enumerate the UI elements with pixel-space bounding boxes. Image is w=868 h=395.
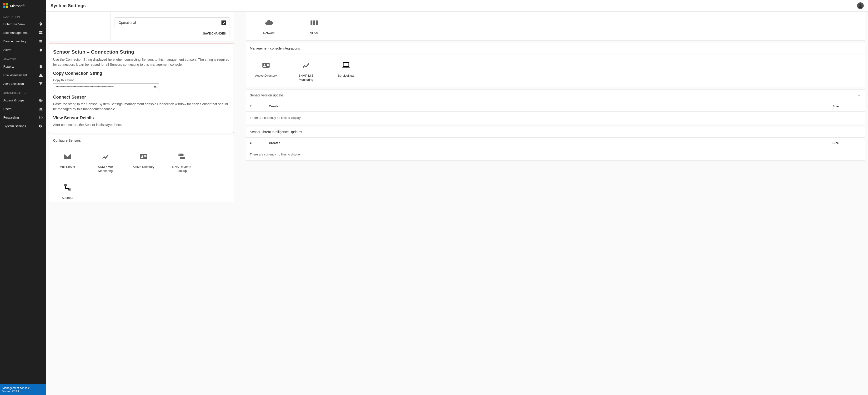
reveal-button[interactable] <box>151 85 159 89</box>
sidebar-item-reports[interactable]: Reports <box>0 62 46 71</box>
card-operational: Operational SAVE CHANGES <box>49 12 234 41</box>
sidebar-item-label: System Settings <box>4 124 26 128</box>
right-column: NetworkVLAN Management console integrati… <box>237 12 868 395</box>
file-icon <box>38 64 43 68</box>
list-icon <box>38 39 43 43</box>
trend-icon <box>300 60 312 70</box>
add-threat-button[interactable] <box>857 130 861 134</box>
sidebar-item-label: Alert Exclusion <box>3 82 24 86</box>
connect-sensor-desc: Paste the string in the Sensor, System S… <box>53 102 230 112</box>
tile-active-directory[interactable]: Active Directory <box>129 152 158 173</box>
configure-sensors-title: Configure Sensors <box>49 135 234 146</box>
sidebar-item-system-settings[interactable]: System Settings <box>0 122 46 130</box>
tile-snmp-mib-monitoring[interactable]: SNMP MIB Monitoring <box>292 60 320 82</box>
server-icon <box>38 30 43 35</box>
col-number: # <box>250 141 269 145</box>
sidebar-section-label: NAVIGATION <box>0 12 46 20</box>
people-icon <box>38 107 43 111</box>
idcard-icon <box>138 152 149 161</box>
sidebar-item-alerts[interactable]: Alerts <box>0 45 46 54</box>
tile-active-directory[interactable]: Active Directory <box>252 60 280 82</box>
sidebar-section-label: ADMINISTRATION <box>0 88 46 96</box>
tile-network[interactable]: Network <box>254 18 283 35</box>
idcard-icon <box>260 60 272 70</box>
sidebar-item-label: Users <box>3 107 11 111</box>
sensor-version-title: Sensor version update <box>250 93 283 97</box>
sidebar-item-enterprise-view[interactable]: Enterprise View <box>0 20 46 28</box>
copy-conn-label: Copy this string: <box>53 78 230 82</box>
sidebar-item-forwarding[interactable]: Forwarding <box>0 113 46 122</box>
connect-sensor-title: Connect Sensor <box>53 95 230 100</box>
check-icon <box>222 21 225 24</box>
tile-dns-reverse-lookup[interactable]: DNS Reverse Lookup <box>167 152 196 173</box>
tile-mail-server[interactable]: Mail Server <box>53 152 82 173</box>
card-sensor-setup: Sensor Setup – Connection String Use the… <box>49 43 234 133</box>
connection-string-input[interactable] <box>53 86 151 89</box>
card-sensor-threat: Sensor Threat Intelligence Updates # Cre… <box>246 126 865 161</box>
operational-checkbox[interactable] <box>221 21 226 25</box>
save-changes-button[interactable]: SAVE CHANGES <box>199 30 230 37</box>
card-left-spacer <box>49 12 111 41</box>
sidebar-item-access-groups[interactable]: Access Groups <box>0 96 46 104</box>
copy-conn-title: Copy Connection String <box>53 71 230 76</box>
operational-label: Operational <box>119 21 136 25</box>
clock-icon <box>38 115 43 120</box>
configure-sensors-tiles: Mail ServerSNMP MIB MonitoringActive Dir… <box>49 146 234 202</box>
sidebar-item-label: Device Inventory <box>3 39 26 43</box>
integrations-title: Management console integrations <box>246 43 865 54</box>
sidebar-item-label: Forwarding <box>3 116 19 119</box>
tile-label: VLAN <box>310 31 318 35</box>
operational-row: Operational <box>115 18 230 28</box>
sidebar-item-label: Alerts <box>3 48 11 52</box>
sidebar-footer: Management console Version 22.3.4 <box>0 384 46 395</box>
sensor-setup-desc: Use the Connection String displayed here… <box>53 57 230 67</box>
card-integrations: Management console integrations Active D… <box>246 43 865 87</box>
microsoft-logo-icon <box>3 3 8 8</box>
tile-vlan[interactable]: VLAN <box>300 18 329 35</box>
footer-title: Management console <box>2 387 44 390</box>
sidebar-item-label: Access Groups <box>3 98 24 102</box>
pin-icon <box>38 22 43 26</box>
sensor-threat-title: Sensor Threat Intelligence Updates <box>250 130 302 134</box>
sidebar-item-alert-exclusion[interactable]: Alert Exclusion <box>0 79 46 88</box>
add-version-button[interactable] <box>857 93 861 97</box>
user-avatar[interactable] <box>857 2 864 9</box>
card-configure-sensors: Configure Sensors Mail ServerSNMP MIB Mo… <box>49 135 234 202</box>
sidebar-item-device-inventory[interactable]: Device Inventory <box>0 37 46 45</box>
subnets-icon <box>62 183 73 192</box>
tile-label: ServiceNow <box>338 74 354 78</box>
tile-label: Network <box>263 31 275 35</box>
col-size: Size <box>833 104 861 108</box>
top-bar: Microsoft System Settings <box>0 0 868 12</box>
filter-icon <box>38 82 43 86</box>
trend-icon <box>100 152 111 161</box>
network-vlan-tiles: NetworkVLAN <box>246 12 865 40</box>
tile-label: SNMP MIB Monitoring <box>292 74 320 82</box>
warning-icon <box>38 73 43 77</box>
gear-icon <box>38 124 43 128</box>
tile-label: Mail Server <box>60 165 75 169</box>
sidebar: NAVIGATIONEnterprise ViewSite Management… <box>0 12 46 395</box>
sensor-setup-title: Sensor Setup – Connection String <box>53 49 230 55</box>
tile-servicenow[interactable]: ServiceNow <box>332 60 360 82</box>
sidebar-item-risk-assessment[interactable]: Risk Assessment <box>0 71 46 79</box>
card-sensor-version: Sensor version update # Created Size The… <box>246 90 865 124</box>
col-created: Created <box>269 141 833 145</box>
col-created: Created <box>269 104 833 108</box>
tile-label: Active Directory <box>133 165 154 169</box>
page-title: System Settings <box>46 3 857 8</box>
sidebar-item-label: Reports <box>3 65 14 68</box>
connection-string-field <box>53 83 159 91</box>
tile-label: DNS Reverse Lookup <box>167 165 196 173</box>
tile-snmp-mib-monitoring[interactable]: SNMP MIB Monitoring <box>91 152 120 173</box>
sidebar-item-users[interactable]: Users <box>0 104 46 113</box>
sidebar-item-site-management[interactable]: Site Management <box>0 28 46 37</box>
user-icon <box>858 3 863 8</box>
brand: Microsoft <box>0 0 46 12</box>
content-area: Operational SAVE CHANGES Sensor Setup – … <box>46 12 868 395</box>
tile-subnets[interactable]: Subnets <box>53 183 82 200</box>
threat-table-head: # Created Size <box>246 138 865 148</box>
vlan-icon <box>308 18 320 27</box>
col-number: # <box>250 104 269 108</box>
view-sensor-title: View Sensor Details <box>53 116 230 120</box>
